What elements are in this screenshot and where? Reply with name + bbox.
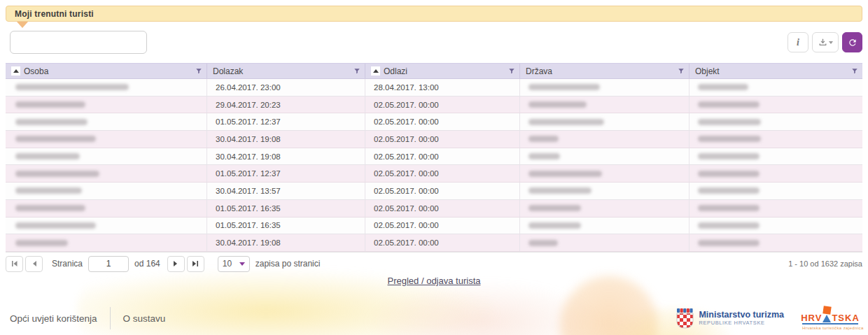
page-title: Moji trenutni turisti: [15, 9, 94, 19]
cell-drzava-link[interactable]: [520, 218, 690, 234]
cell-objekt-link[interactable]: [690, 79, 862, 96]
cell-drzava-link[interactable]: [520, 183, 690, 199]
redacted-name: [15, 205, 85, 211]
cell-drzava-link[interactable]: [520, 165, 690, 182]
cell-osoba-link[interactable]: [6, 234, 207, 251]
cell-objekt-link[interactable]: [690, 148, 862, 165]
redacted-name: [15, 84, 129, 90]
pagination-bar: Stranica od 164 10 zapisa po stranici 1 …: [6, 255, 862, 273]
column-header-drzava[interactable]: Država: [520, 64, 690, 78]
cell-osoba-link[interactable]: [6, 113, 207, 130]
htz-triangle-a-icon: [822, 315, 831, 322]
cell-objekt-link[interactable]: [690, 113, 862, 130]
cell-drzava-link[interactable]: [520, 131, 690, 148]
redacted-country: [528, 222, 581, 229]
cell-osoba-link[interactable]: [6, 79, 207, 96]
refresh-button[interactable]: [842, 32, 862, 52]
cell-dolazak: 01.05.2017. 12:37: [207, 113, 365, 130]
table-row[interactable]: 30.04.2017. 19:08 02.05.2017. 00:00: [6, 131, 862, 148]
cell-dolazak: 26.04.2017. 23:00: [207, 79, 365, 96]
cell-osoba-link[interactable]: [6, 148, 207, 165]
cell-objekt-link[interactable]: [690, 218, 862, 234]
records-range-label: 1 - 10 od 1632 zapisa: [788, 259, 862, 268]
filter-icon[interactable]: [354, 67, 360, 75]
cell-dolazak: 29.04.2017. 20:23: [207, 97, 365, 113]
export-button[interactable]: [812, 32, 839, 52]
page-count-label: od 164: [134, 259, 160, 269]
cell-odlazi: 02.05.2017. 00:00: [365, 165, 520, 182]
last-page-button[interactable]: [187, 256, 204, 272]
cell-objekt-link[interactable]: [690, 97, 862, 113]
cell-drzava-link[interactable]: [520, 113, 690, 130]
table-body: 26.04.2017. 23:00 28.04.2017. 13:00 29.0…: [6, 79, 862, 252]
table-row[interactable]: 01.05.2017. 16:35 02.05.2017. 00:00: [6, 218, 862, 235]
table-row[interactable]: 01.05.2017. 16:35 02.05.2017. 00:00: [6, 200, 862, 218]
redacted-name: [15, 222, 96, 229]
cell-drzava-link[interactable]: [520, 148, 690, 165]
cell-drzava-link[interactable]: [520, 79, 690, 96]
column-header-odlazi[interactable]: Odlazi: [365, 64, 520, 78]
cell-dolazak: 30.04.2017. 13:57: [207, 183, 365, 199]
refresh-icon: [848, 38, 858, 48]
cell-objekt-link[interactable]: [690, 200, 862, 217]
next-page-button[interactable]: [167, 256, 185, 272]
info-button[interactable]: i: [788, 32, 808, 52]
cell-osoba-link[interactable]: [6, 165, 207, 182]
filter-icon[interactable]: [195, 67, 202, 75]
table-row[interactable]: 26.04.2017. 23:00 28.04.2017. 13:00: [6, 79, 862, 97]
cell-drzava-link[interactable]: [520, 234, 690, 251]
filter-icon[interactable]: [851, 67, 858, 75]
ministry-name: Ministarstvo turizma: [699, 311, 784, 320]
cell-odlazi: 02.05.2017. 00:00: [365, 148, 520, 165]
page: Moji trenutni turisti i: [0, 0, 868, 335]
redacted-object: [698, 153, 760, 159]
terms-of-use-link[interactable]: Opći uvjeti korištenja: [10, 313, 97, 324]
redacted-country: [528, 136, 559, 142]
previous-page-button[interactable]: [25, 256, 43, 272]
table-row[interactable]: 30.04.2017. 19:08 02.05.2017. 00:00: [6, 234, 862, 252]
about-system-link[interactable]: O sustavu: [123, 313, 166, 324]
first-page-button[interactable]: [6, 256, 23, 272]
cell-drzava-link[interactable]: [520, 97, 690, 113]
cell-objekt-link[interactable]: [690, 234, 862, 251]
table-row[interactable]: 30.04.2017. 19:08 02.05.2017. 00:00: [6, 148, 862, 166]
search-input[interactable]: [10, 31, 147, 54]
page-size-select[interactable]: 10: [218, 256, 250, 272]
review-checkout-tourists-link[interactable]: Pregled / odjava turista: [388, 276, 481, 286]
filter-icon[interactable]: [508, 67, 515, 75]
tab-pointer: [17, 22, 28, 28]
column-header-osoba[interactable]: Osoba: [6, 64, 207, 78]
redacted-object: [698, 205, 760, 211]
chevron-down-icon: [239, 262, 245, 266]
cell-odlazi: 02.05.2017. 00:00: [365, 200, 520, 217]
sort-asc-icon: [11, 66, 20, 76]
cell-osoba-link[interactable]: [6, 200, 207, 217]
cell-osoba-link[interactable]: [6, 131, 207, 148]
cell-osoba-link[interactable]: [6, 183, 207, 199]
filter-icon[interactable]: [678, 67, 685, 75]
table-row[interactable]: 01.05.2017. 12:37 02.05.2017. 00:00: [6, 165, 862, 183]
redacted-name: [15, 153, 80, 159]
htz-square-icon: [822, 306, 831, 314]
cell-drzava-link[interactable]: [520, 200, 690, 217]
redacted-country: [528, 205, 581, 211]
cell-dolazak: 30.04.2017. 19:08: [207, 148, 365, 165]
cell-osoba-link[interactable]: [6, 97, 207, 113]
cell-objekt-link[interactable]: [690, 165, 862, 182]
cell-odlazi: 02.05.2017. 00:00: [365, 183, 520, 199]
cell-objekt-link[interactable]: [690, 131, 862, 148]
cell-osoba-link[interactable]: [6, 218, 207, 234]
redacted-name: [15, 136, 96, 142]
ministry-subtitle: REPUBLIKE HRVATSKE: [699, 320, 784, 326]
cell-odlazi: 02.05.2017. 00:00: [365, 234, 520, 251]
column-header-objekt[interactable]: Objekt: [690, 64, 862, 78]
column-header-dolazak[interactable]: Dolazak: [207, 64, 365, 78]
redacted-object: [698, 187, 760, 194]
toolbar: i: [788, 32, 862, 52]
redacted-country: [528, 187, 592, 194]
table-row[interactable]: 30.04.2017. 13:57 02.05.2017. 00:00: [6, 183, 862, 200]
table-row[interactable]: 01.05.2017. 12:37 02.05.2017. 00:00: [6, 113, 862, 131]
table-row[interactable]: 29.04.2017. 20:23 02.05.2017. 00:00: [6, 97, 862, 114]
page-number-input[interactable]: [88, 256, 129, 272]
cell-objekt-link[interactable]: [690, 183, 862, 199]
